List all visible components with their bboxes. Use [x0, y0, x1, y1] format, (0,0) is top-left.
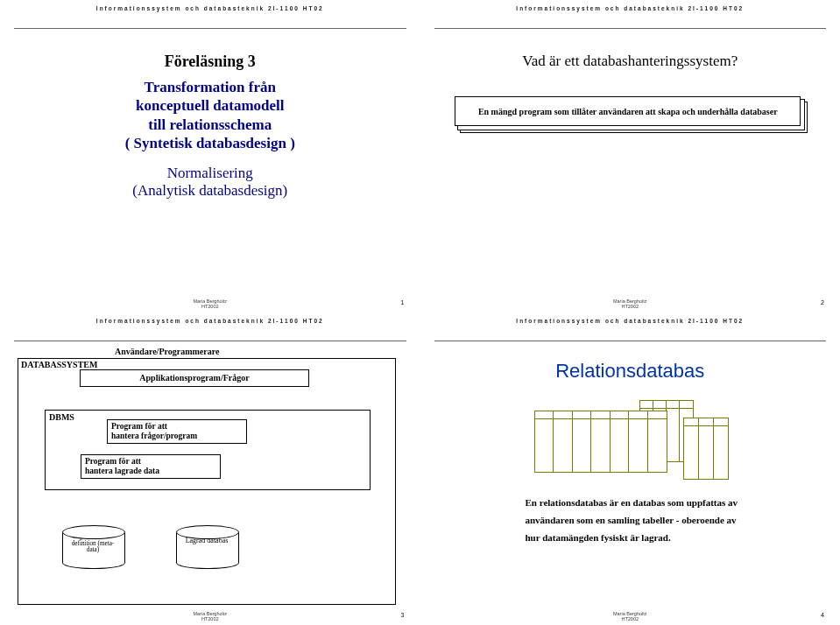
slide-2: Informationssystem och databasteknik 2I-… — [420, 0, 841, 312]
header-rule — [14, 28, 406, 29]
slide-number: 2 — [821, 299, 824, 305]
slide-1-content: Föreläsning 3 Transformation från koncep… — [0, 53, 420, 200]
slide-1: Informationssystem och databasteknik 2I-… — [0, 0, 420, 312]
cylinder-database: Lagrad databas — [176, 525, 237, 569]
course-header: Informationssystem och databasteknik 2I-… — [0, 318, 420, 324]
program-query-handler: Program för att hantera frågor/program — [107, 419, 247, 444]
slide-footer: Maria Bergholtz HT2002 — [420, 298, 841, 309]
slide-4-body: En relationsdatabas är en databas som up… — [526, 495, 806, 546]
databassystem-box: DATABASSYSTEM Användare/Programmerare Ap… — [18, 358, 396, 605]
lecture-title: Föreläsning 3 — [0, 53, 420, 71]
header-rule — [14, 341, 406, 341]
table-icon — [683, 418, 729, 480]
slide-2-content: Vad är ett databashanteringssystem? En m… — [420, 53, 841, 126]
course-header: Informationssystem och databasteknik 2I-… — [420, 5, 841, 11]
lecture-extra: Normalisering (Analytisk databasdesign) — [0, 165, 420, 200]
slide-footer: Maria Bergholtz HT2002 — [0, 611, 420, 621]
users-label: Användare/Programmerare — [115, 347, 219, 356]
dbms-label: DBMS — [49, 412, 74, 422]
slide-4-title: Relationsdatabas — [420, 360, 841, 383]
course-header: Informationssystem och databasteknik 2I-… — [420, 318, 841, 324]
definition-box: En mängd program som tillåter användaren… — [455, 96, 801, 126]
slide-number: 4 — [821, 612, 824, 618]
slide-footer: Maria Bergholtz HT2002 — [420, 611, 841, 621]
slide-2-title: Vad är ett databashanteringssystem? — [420, 53, 841, 70]
slide-number: 3 — [401, 612, 405, 618]
databassystem-label: DATABASSYSTEM — [21, 360, 97, 369]
program-data-handler: Program för att hantera lagrade data — [81, 454, 221, 479]
cylinder-metadata: Lagrad databas- definition (meta- data) — [62, 525, 124, 569]
app-box: Applikationsprogram/Frågor — [80, 369, 309, 387]
definition-box-wrap: En mängd program som tillåter användaren… — [455, 96, 805, 126]
slide-footer: Maria Bergholtz HT2002 — [0, 298, 420, 309]
course-header: Informationssystem och databasteknik 2I-… — [0, 5, 420, 11]
slide-number: 1 — [401, 299, 405, 305]
header-rule — [434, 341, 827, 341]
table-icon — [534, 411, 667, 473]
lecture-subtitle: Transformation från konceptuell datamode… — [0, 78, 420, 152]
header-rule — [434, 28, 827, 29]
dbms-box: DBMS Program för att hantera frågor/prog… — [45, 410, 371, 490]
slide-3: Informationssystem och databasteknik 2I-… — [0, 312, 420, 625]
slide-4: Informationssystem och databasteknik 2I-… — [420, 312, 841, 625]
